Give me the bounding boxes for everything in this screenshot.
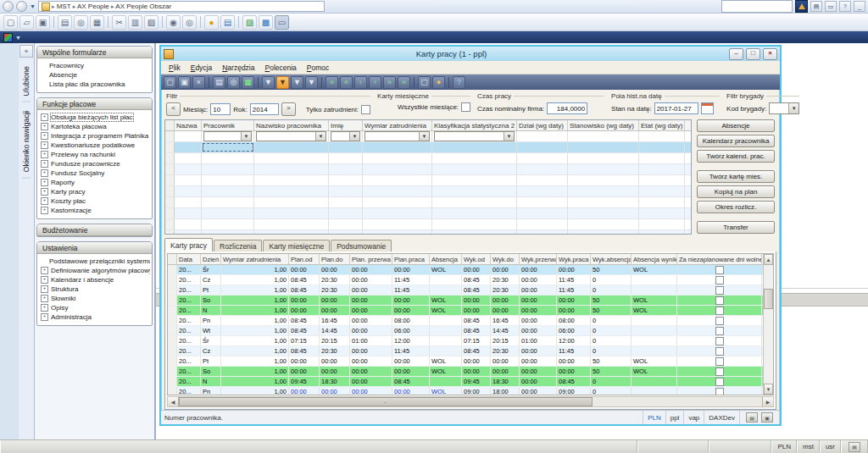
grid-cell[interactable]	[568, 197, 639, 207]
window-titlebar[interactable]: Karty pracy (1 - ppl) – □ ×	[161, 47, 780, 61]
filter-by-selection-icon[interactable]: ▼	[276, 76, 289, 89]
grid-cell[interactable]: 0	[591, 275, 632, 285]
grid-cell[interactable]	[432, 197, 517, 207]
unplanned-day-checkbox[interactable]	[715, 296, 724, 305]
table-row[interactable]: 20...Pt1,0008:4520:3000:0011:4508:4520:3…	[168, 285, 763, 296]
grid-cell[interactable]	[329, 142, 363, 152]
status-segment-ppl[interactable]: ppl	[666, 411, 685, 424]
grid-cell[interactable]: 1,00	[221, 336, 289, 345]
grid-cell[interactable]: 00:00	[520, 265, 557, 274]
filter-combo[interactable]: ▼	[203, 131, 252, 141]
grid-cell[interactable]	[632, 336, 677, 345]
grid-cell[interactable]	[517, 164, 568, 174]
grid-cell[interactable]: WOL	[430, 265, 462, 274]
prev-record-icon[interactable]: ‹	[354, 76, 367, 89]
nominal-time-input[interactable]	[547, 102, 587, 114]
menu-edycja[interactable]: Edycja	[186, 63, 217, 73]
grid-cell[interactable]: 0	[591, 377, 632, 386]
grid-cell[interactable]: 00:00	[289, 296, 320, 305]
find-next-icon[interactable]: ◎	[182, 15, 197, 30]
sidebar-item[interactable]: +Obsługa bieżących list płac	[41, 113, 150, 122]
sidebar-item[interactable]: +Administracja	[41, 312, 150, 322]
print-preview-icon[interactable]: ◎	[74, 15, 88, 30]
grid-cell[interactable]: WOL	[430, 356, 462, 366]
sidebar-item[interactable]: +Fundusze pracownicze	[41, 159, 150, 168]
grid-cell[interactable]	[432, 153, 517, 163]
grid-cell[interactable]	[329, 164, 363, 174]
grid-cell[interactable]: 20:30	[320, 275, 350, 285]
table-row[interactable]: 20...So1,0000:0000:0000:0000:00WOL00:000…	[168, 296, 763, 306]
grid-cell[interactable]: 0	[591, 316, 632, 325]
window-icon[interactable]: ▭	[275, 15, 289, 30]
grid-cell[interactable]: 00:00	[392, 306, 430, 315]
expand-icon[interactable]: +	[41, 179, 48, 186]
unplanned-day-checkbox[interactable]	[715, 347, 724, 356]
sidebar-item[interactable]: +Kwestionariusze podatkowe	[41, 141, 150, 150]
horizontal-scrollbar[interactable]: ◀ ▪ ▶	[167, 396, 774, 407]
filter-cell[interactable]: ▼	[432, 131, 517, 141]
delete-record-icon[interactable]: ×	[192, 76, 205, 89]
grid-cell[interactable]: 20...	[177, 326, 201, 335]
grid-cell[interactable]	[254, 153, 329, 163]
sidebar-item[interactable]: +Koszty płac	[41, 196, 150, 206]
expand-icon[interactable]: +	[41, 141, 48, 149]
table-row[interactable]: 20...Pt1,0000:0000:0000:0000:00WOL00:000…	[168, 356, 763, 367]
scroll-down-icon[interactable]: ▼	[764, 384, 773, 395]
grid-cell[interactable]	[254, 142, 329, 152]
grid-cell[interactable]	[677, 265, 762, 274]
grid-cell[interactable]: 09:45	[462, 377, 491, 386]
nav-group-header[interactable]: Budżetowanie	[37, 224, 152, 236]
printer-icon[interactable]: ▤	[746, 412, 758, 423]
expand-icon[interactable]: +	[41, 304, 48, 312]
row-selector[interactable]	[168, 306, 177, 315]
scroll-left-icon[interactable]: ◀	[168, 397, 179, 406]
row-selector[interactable]	[165, 230, 175, 235]
grid-cell[interactable]: 00:00	[350, 387, 392, 395]
filter-cell[interactable]	[517, 131, 568, 141]
vertical-scroll-thumb[interactable]	[764, 289, 773, 309]
breadcrumb-segment[interactable]: AX People	[77, 3, 109, 10]
print-icon[interactable]: ▤	[58, 15, 72, 30]
grid-cell[interactable]: 1,00	[221, 367, 289, 376]
column-header[interactable]: Nazwa	[175, 120, 202, 130]
breadcrumb-segment[interactable]: MST	[57, 3, 71, 10]
grid-cell[interactable]: 00:00	[520, 356, 557, 366]
minimize-ribbon-icon[interactable]: _	[854, 1, 865, 12]
grid-cell[interactable]: 08:45	[462, 346, 491, 356]
breadcrumb-segment[interactable]: AX People Obszar	[115, 3, 171, 10]
sidebar-item[interactable]: Podstawowe przełączniki systemu	[41, 257, 150, 266]
grid-cell[interactable]: 08:45	[462, 326, 491, 335]
grid-cell[interactable]: 08:00	[392, 316, 430, 325]
workflow-icon[interactable]: ▤	[810, 1, 822, 12]
grid-cell[interactable]	[363, 208, 432, 218]
grid-cell[interactable]: 18:30	[320, 377, 350, 386]
grid-cell[interactable]: 11:45	[392, 346, 430, 356]
column-header[interactable]: Plan. przerwa	[350, 254, 392, 264]
grid-cell[interactable]: 09:00	[557, 387, 591, 395]
tab-podsumowanie[interactable]: Podsumowanie	[331, 240, 392, 251]
column-header[interactable]: Wymiar zatrudnienia	[221, 254, 289, 264]
row-selector[interactable]	[165, 175, 175, 185]
grid-cell[interactable]: 1,00	[221, 285, 289, 295]
column-header[interactable]: Pracownik	[202, 120, 254, 130]
expand-icon[interactable]: +	[41, 188, 48, 196]
table-row[interactable]: 20...N1,0000:0000:0000:0000:00WOL00:0000…	[168, 306, 763, 316]
grid-cell[interactable]: 08:45	[462, 316, 491, 325]
column-header[interactable]: Dzień	[201, 254, 221, 264]
grid-cell[interactable]: 00:00	[557, 296, 591, 305]
expand-icon[interactable]: +	[41, 197, 48, 205]
table-row[interactable]: 20...Pn1,0008:4516:4500:0008:0008:4516:4…	[168, 316, 763, 326]
unplanned-day-checkbox[interactable]	[715, 317, 724, 325]
grid-cell[interactable]: WOL	[632, 306, 677, 315]
grid-cell[interactable]: 00:00	[557, 356, 591, 366]
button-absencje[interactable]: Absencje	[697, 119, 775, 132]
document-handling-icon[interactable]: ▢	[418, 76, 431, 89]
status-segment-pln[interactable]: PLN	[643, 411, 666, 424]
employee-grid-empty-row[interactable]	[165, 230, 691, 235]
grid-cell[interactable]: 00:00	[491, 265, 520, 274]
grid-cell[interactable]: N	[201, 377, 221, 386]
button-kalendarz-pracownika[interactable]: Kalendarz pracownika	[697, 135, 775, 147]
grid-cell[interactable]: 50	[591, 356, 632, 366]
grid-cell[interactable]: 00:00	[289, 265, 320, 274]
grid-cell[interactable]	[639, 197, 685, 207]
